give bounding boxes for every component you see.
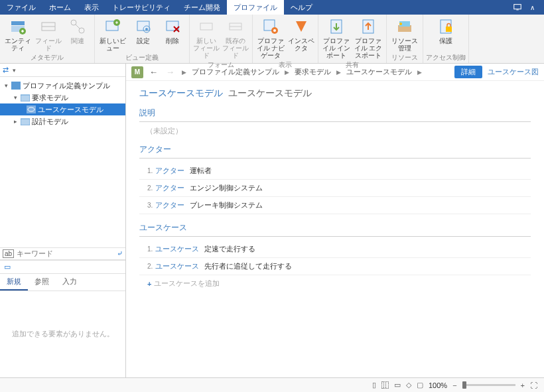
tree-usecase[interactable]: ユースケースモデル xyxy=(0,103,125,115)
ribbon-resource-label: リソース管理 xyxy=(389,37,420,52)
zoom-out[interactable]: − xyxy=(452,381,456,389)
crumb-1[interactable]: プロファイル定義サンプル xyxy=(192,67,279,77)
desc-value[interactable]: （未設定） xyxy=(139,126,531,136)
row-type: ユースケース xyxy=(155,244,199,254)
folder-icon xyxy=(21,117,30,125)
tab-new[interactable]: 新規 xyxy=(0,274,28,291)
plus-icon: + xyxy=(147,280,151,288)
crumb-sep-icon: ▶ xyxy=(180,69,188,76)
row-name: 先行者に追従して走行する xyxy=(204,261,292,271)
content-area: ユースケースモデル ユースケースモデル 説明 （未設定） アクター 1. アクタ… xyxy=(126,81,544,377)
usecase-row[interactable]: 2. ユースケース 先行者に追従して走行する xyxy=(139,258,531,275)
title-name: ユースケースモデル xyxy=(228,88,312,98)
ribbon-related: 関連 xyxy=(64,16,92,52)
ribbon-import-label: プロファイル インポート xyxy=(321,37,352,59)
menu-help[interactable]: ヘルプ xyxy=(284,0,319,15)
ribbon-group-access: 保護 アクセス制御 xyxy=(423,15,469,63)
actor-row[interactable]: 3. アクター ブレーキ制御システム xyxy=(139,197,531,214)
row-name: エンジン制御システム xyxy=(190,183,263,193)
ribbon-profilenav[interactable]: プロファイル ナビゲータ xyxy=(255,16,286,59)
status-bar: ▯ ⿲ ▭ ◇ ▢ 100% − + ⛶ xyxy=(0,377,544,392)
ribbon-protect[interactable]: 保護 xyxy=(431,16,461,52)
finder-icon[interactable]: ▭ xyxy=(4,263,11,271)
ribbon-profileexport[interactable]: プロファイル エクスポート xyxy=(353,16,383,59)
zoom-in[interactable]: + xyxy=(521,381,525,389)
menu-profile[interactable]: プロファイル xyxy=(227,0,284,15)
ribbon-inspector[interactable]: インスペクタ xyxy=(287,16,315,59)
tree-dropdown-icon[interactable]: ▾ xyxy=(13,67,16,74)
actor-row[interactable]: 1. アクター 運転者 xyxy=(139,163,531,180)
settings-icon xyxy=(134,17,153,36)
layout-icon-3[interactable]: ▭ xyxy=(394,381,401,389)
layout-icon-2[interactable]: ⿲ xyxy=(381,381,389,389)
add-usecase[interactable]: + ユースケースを追加 xyxy=(139,275,531,292)
zoom-slider[interactable] xyxy=(462,384,515,386)
svg-rect-29 xyxy=(11,82,21,90)
ribbon-inspector-label: インスペクタ xyxy=(287,37,315,52)
actor-row[interactable]: 2. アクター エンジン制御システム xyxy=(139,180,531,197)
svg-rect-1 xyxy=(516,10,519,11)
crumb-3[interactable]: ユースケースモデル xyxy=(346,67,412,77)
svg-rect-16 xyxy=(200,23,212,30)
layout-icon-5[interactable]: ▢ xyxy=(417,381,423,389)
ribbon-resource[interactable]: リソース管理 xyxy=(389,16,420,52)
menu-team[interactable]: チーム開発 xyxy=(177,0,227,15)
ribbon-protect-label: 保護 xyxy=(439,37,452,44)
collapse-ribbon-icon[interactable]: ∧ xyxy=(530,4,535,11)
layout-icon-1[interactable]: ▯ xyxy=(372,381,376,389)
tree-root-label: プロファイル定義サンプル xyxy=(23,81,110,91)
usecase-diagram-link[interactable]: ユースケース図 xyxy=(488,67,539,77)
ribbon-entity[interactable]: エンティティ xyxy=(3,16,33,52)
monitor-icon[interactable] xyxy=(513,3,522,12)
menu-trace[interactable]: トレーサビリティ xyxy=(105,0,177,15)
row-name: 定速で走行する xyxy=(204,244,255,254)
expand-icon[interactable]: ▸ xyxy=(12,118,19,125)
ribbon-group-viewdef: 新しいビュー 設定 削除 ビュー定義 xyxy=(95,15,190,63)
svg-point-8 xyxy=(79,28,84,33)
profile-icon xyxy=(11,82,21,90)
tree-root[interactable]: ▾ プロファイル定義サンプル xyxy=(0,80,125,92)
crumb-2[interactable]: 要求モデル xyxy=(295,67,331,77)
svg-rect-2 xyxy=(11,21,25,25)
ribbon-delete[interactable]: 削除 xyxy=(159,16,186,52)
search-go-icon[interactable]: ⤶ xyxy=(117,249,123,258)
delete-icon xyxy=(163,17,182,36)
tree: ▾ プロファイル定義サンプル ▾ 要求モデル ユースケースモデル ▸ 設計モデル xyxy=(0,77,125,130)
expand-icon[interactable]: ▾ xyxy=(3,82,9,89)
ribbon-settings-label: 設定 xyxy=(137,37,150,44)
row-name: ブレーキ制御システム xyxy=(190,200,263,210)
title-right: ∧ xyxy=(513,3,544,12)
existfield-icon xyxy=(226,17,245,36)
layout-icon-4[interactable]: ◇ xyxy=(406,381,411,389)
expand-icon[interactable]: ▾ xyxy=(12,94,19,101)
row-type: アクター xyxy=(155,183,184,193)
ribbon-newview[interactable]: 新しいビュー xyxy=(98,16,128,52)
menu-view[interactable]: 表示 xyxy=(78,0,105,15)
ribbon: エンティティ フィールド 関連 メタモデル 新しいビュー 設定 xyxy=(0,15,544,64)
tree-tool-icon[interactable]: ⇄ xyxy=(3,66,9,74)
tree-req-label: 要求モデル xyxy=(32,93,68,103)
tree-design[interactable]: ▸ 設計モデル xyxy=(0,115,125,127)
crumb-sep-icon: ▶ xyxy=(283,69,291,76)
fullscreen-icon[interactable]: ⛶ xyxy=(530,381,537,389)
row-number: 2. xyxy=(147,184,153,192)
ribbon-group-share: プロファイル インポート プロファイル エクスポート 共有 xyxy=(318,15,387,63)
detail-button[interactable]: 詳細 xyxy=(454,66,482,78)
tree-req[interactable]: ▾ 要求モデル xyxy=(0,92,125,103)
zoom-value: 100% xyxy=(429,381,447,389)
ribbon-profileimport[interactable]: プロファイル インポート xyxy=(321,16,352,59)
ribbon-settings[interactable]: 設定 xyxy=(129,16,157,52)
tree-usecase-label: ユースケースモデル xyxy=(38,105,103,115)
no-elements-message: 追加できる要素がありません。 xyxy=(0,291,125,378)
folder-icon xyxy=(21,94,30,101)
usecase-row[interactable]: 1. ユースケース 定速で走行する xyxy=(139,241,531,258)
ribbon-group-metamodel: エンティティ フィールド 関連 メタモデル xyxy=(0,15,95,63)
left-tabs: 新規 参照 入力 xyxy=(0,274,125,291)
search-input[interactable] xyxy=(17,249,114,257)
menu-file[interactable]: ファイル xyxy=(0,0,42,15)
menu-home[interactable]: ホーム xyxy=(42,0,78,15)
nav-back[interactable]: ← xyxy=(147,67,160,77)
tab-ref[interactable]: 参照 xyxy=(28,274,56,291)
tab-input[interactable]: 入力 xyxy=(56,274,84,291)
svg-point-21 xyxy=(273,29,276,32)
